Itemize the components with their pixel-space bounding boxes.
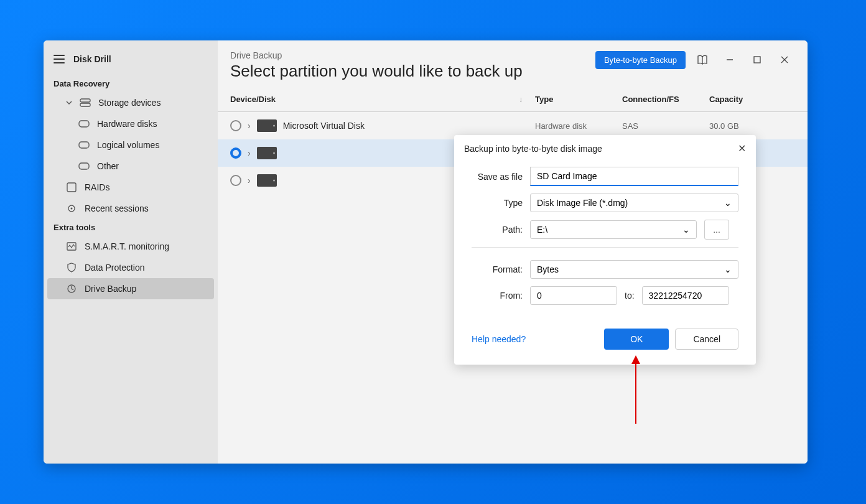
svg-rect-4 [79, 163, 89, 169]
svg-rect-1 [80, 103, 90, 106]
history-icon [66, 283, 77, 294]
hamburger-icon[interactable] [54, 55, 65, 63]
type-label: Type [472, 198, 523, 208]
row-radio[interactable] [230, 175, 241, 186]
format-label: Format: [472, 264, 523, 274]
device-conn: SAS [622, 121, 709, 131]
browse-button[interactable]: ... [704, 220, 729, 240]
device-name: Microsoft Virtual Disk [283, 121, 365, 131]
svg-point-7 [71, 208, 73, 210]
sidebar-item-smart[interactable]: S.M.A.R.T. monitoring [44, 236, 218, 257]
drive-icon [257, 147, 277, 159]
to-label: to: [625, 291, 635, 301]
help-link[interactable]: Help needed? [472, 334, 526, 344]
raid-icon [66, 182, 77, 193]
divider [472, 247, 738, 248]
byte-to-byte-backup-button[interactable]: Byte-to-byte Backup [595, 51, 686, 69]
sidebar-item-label: Drive Backup [85, 284, 136, 294]
sort-arrow-icon: ↓ [519, 95, 523, 104]
top-actions: Byte-to-byte Backup [595, 50, 795, 69]
cancel-button[interactable]: Cancel [675, 329, 738, 350]
sidebar-item-label: Data Protection [85, 263, 145, 273]
column-connection[interactable]: Connection/FS [622, 95, 709, 104]
chevron-down-icon [66, 100, 72, 106]
sidebar-item-label: Other [97, 161, 119, 171]
type-selected: Disk Image File (*.dmg) [537, 198, 628, 208]
modal-header: Backup into byte-to-byte disk image ✕ [454, 135, 756, 162]
sidebar-item-drive-backup[interactable]: Drive Backup [47, 278, 214, 299]
chevron-right-icon[interactable]: › [248, 148, 251, 158]
app-title: Disk Drill [73, 54, 111, 64]
volume-icon [78, 139, 90, 151]
book-icon[interactable] [692, 50, 713, 69]
drive-icon [257, 119, 277, 132]
type-select[interactable]: Disk Image File (*.dmg) ⌄ [530, 194, 738, 212]
save-as-label: Save as file [472, 172, 523, 182]
filename-input[interactable] [530, 167, 738, 186]
drive-stack-icon [80, 97, 91, 108]
modal-body: Save as file Type Disk Image File (*.dmg… [454, 162, 756, 320]
sidebar-item-recent-sessions[interactable]: Recent sessions [44, 198, 218, 219]
sidebar-item-label: Logical volumes [97, 140, 159, 150]
sidebar-item-raids[interactable]: RAIDs [44, 177, 218, 198]
path-label: Path: [472, 225, 523, 235]
page-title: Select partition you would like to back … [230, 62, 595, 81]
gear-icon [66, 203, 77, 214]
from-input[interactable] [530, 286, 617, 305]
app-window: Disk Drill Data Recovery Storage devices… [44, 40, 808, 464]
breadcrumb: Drive Backup [230, 50, 595, 60]
row-radio[interactable] [230, 120, 241, 131]
chevron-right-icon[interactable]: › [248, 175, 251, 185]
modal-title: Backup into byte-to-byte disk image [464, 144, 602, 154]
sidebar-item-logical-volumes[interactable]: Logical volumes [44, 134, 218, 156]
sidebar-item-label: Hardware disks [97, 119, 157, 129]
table-header: Device/Disk↓ Type Connection/FS Capacity [218, 87, 808, 112]
path-selected: E:\ [537, 225, 547, 235]
modal-footer: Help needed? OK Cancel [454, 320, 756, 365]
backup-modal: Backup into byte-to-byte disk image ✕ Sa… [454, 135, 756, 365]
sidebar-item-other[interactable]: Other [44, 156, 218, 177]
device-type: Hardware disk [535, 121, 622, 131]
topbar: Drive Backup Select partition you would … [218, 40, 808, 87]
maximize-button[interactable] [747, 50, 768, 69]
shield-icon [66, 262, 77, 273]
minimize-button[interactable] [719, 50, 740, 69]
main-content: Drive Backup Select partition you would … [218, 40, 808, 464]
sidebar-item-label: RAIDs [85, 182, 109, 192]
chevron-right-icon[interactable]: › [248, 121, 251, 131]
sidebar-item-label: Storage devices [98, 98, 161, 108]
device-cap: 30.0 GB [709, 121, 795, 131]
ok-button[interactable]: OK [604, 329, 669, 350]
other-icon [78, 161, 90, 172]
svg-rect-0 [80, 99, 90, 102]
section-data-recovery: Data Recovery [44, 75, 218, 92]
chevron-down-icon: ⌄ [682, 225, 690, 235]
sidebar-header: Disk Drill [44, 50, 218, 75]
column-device[interactable]: Device/Disk↓ [230, 95, 535, 104]
chevron-down-icon: ⌄ [724, 264, 732, 274]
sidebar-item-label: S.M.A.R.T. monitoring [85, 241, 169, 251]
drive-icon [257, 174, 277, 187]
sidebar-item-label: Recent sessions [85, 203, 149, 213]
title-block: Drive Backup Select partition you would … [230, 50, 595, 81]
svg-rect-3 [79, 142, 89, 148]
path-select[interactable]: E:\ ⌄ [530, 220, 697, 239]
monitor-icon [66, 241, 77, 252]
sidebar: Disk Drill Data Recovery Storage devices… [44, 40, 218, 464]
disk-icon [78, 118, 90, 129]
sidebar-item-data-protection[interactable]: Data Protection [44, 257, 218, 278]
modal-close-icon[interactable]: ✕ [738, 142, 746, 154]
row-radio[interactable] [230, 147, 241, 159]
from-label: From: [472, 291, 523, 301]
format-select[interactable]: Bytes ⌄ [530, 260, 738, 279]
to-input[interactable] [642, 286, 729, 305]
column-type[interactable]: Type [535, 95, 622, 104]
sidebar-item-hardware-disks[interactable]: Hardware disks [44, 113, 218, 134]
sidebar-item-storage-devices[interactable]: Storage devices [44, 92, 218, 113]
close-button[interactable] [774, 50, 795, 69]
svg-rect-12 [754, 57, 760, 63]
format-selected: Bytes [537, 264, 559, 274]
column-capacity[interactable]: Capacity [709, 95, 795, 104]
section-extra-tools: Extra tools [44, 219, 218, 236]
chevron-down-icon: ⌄ [724, 198, 732, 208]
